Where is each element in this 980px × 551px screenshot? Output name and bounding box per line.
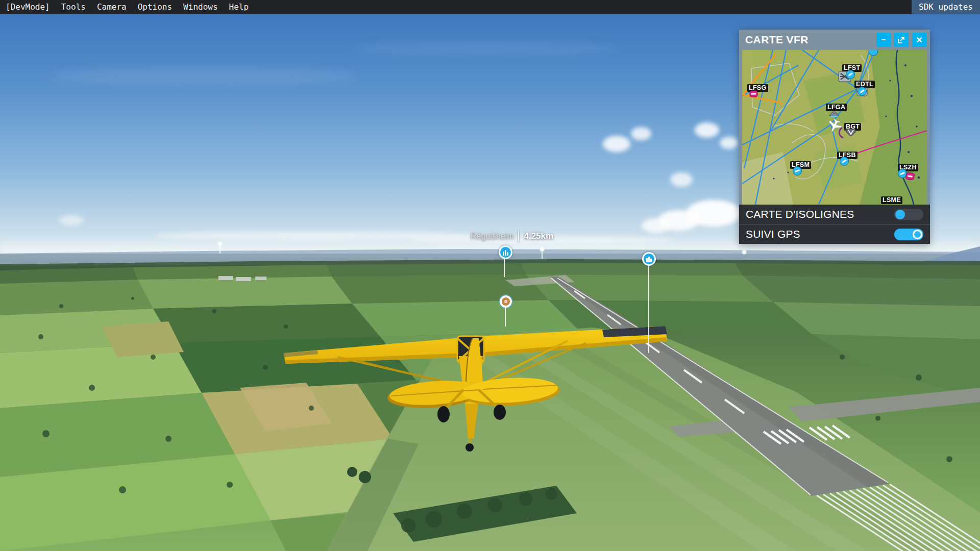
vfr-panel-title: CARTE VFR <box>739 34 876 46</box>
map-airport-lfst[interactable]: LFST <box>842 63 862 72</box>
toggle-knob <box>913 230 922 239</box>
ring-poi-marker[interactable] <box>500 295 512 308</box>
menu-item-help[interactable]: Help <box>224 0 255 14</box>
waypoint-name: Réguisheim <box>471 232 513 241</box>
closed-airport-icon <box>749 90 758 98</box>
map-airport-lfsm[interactable]: LFSM <box>790 160 811 169</box>
sdk-updates-badge[interactable]: SDK updates <box>912 0 980 14</box>
waypoint-label: Réguisheim 4.25km <box>471 231 553 241</box>
close-button[interactable]: ✕ <box>912 33 926 47</box>
menu-item-options[interactable]: Options <box>132 0 178 14</box>
inactive-airport-dome-icon <box>828 109 840 117</box>
toggle-row-gps: SUIVI GPS <box>739 224 930 244</box>
poi-pole <box>505 307 506 327</box>
vfr-panel-toggles: CARTE D'ISOLIGNES SUIVI GPS <box>739 205 930 244</box>
city-poi-marker[interactable] <box>642 252 656 266</box>
minimize-button[interactable]: – <box>876 33 891 47</box>
devmode-menubar: [DevMode] Tools Camera Options Windows H… <box>0 0 980 14</box>
gps-toggle-label: SUIVI GPS <box>746 228 800 240</box>
distant-poi-dot <box>742 250 746 254</box>
menu-item-devmode[interactable]: [DevMode] <box>0 0 56 14</box>
vfr-map-frame: LFSG LFST EDTL <box>739 50 930 205</box>
map-airport-lfsb[interactable]: LFSB <box>837 150 857 159</box>
poi-pole <box>219 246 220 254</box>
waypoint-distance: 4.25km <box>524 231 553 241</box>
gps-follow-toggle[interactable] <box>894 229 923 240</box>
vfr-panel-header[interactable]: CARTE VFR – ✕ <box>739 30 930 50</box>
popout-button[interactable] <box>894 33 909 47</box>
distant-poi-dot <box>218 242 222 246</box>
map-airport-lfga[interactable]: LFGA <box>826 102 847 111</box>
menu-item-tools[interactable]: Tools <box>56 0 91 14</box>
flight-sim-screen: Réguisheim 4.25km [DevMode] Tools Camera… <box>0 0 980 551</box>
waypoint-divider <box>518 231 519 241</box>
vor-waypoint-icon <box>845 128 856 137</box>
towered-airport-icon <box>839 157 849 167</box>
towered-airport-icon <box>856 86 869 97</box>
map-airport-lszh[interactable]: LSZH <box>898 162 918 171</box>
airport-code-label: LSME <box>881 196 902 204</box>
towered-airport-icon <box>792 166 802 177</box>
menu-item-camera[interactable]: Camera <box>91 0 132 14</box>
towered-plus-closed-airport-icon <box>898 169 916 182</box>
poi-pole <box>648 265 649 353</box>
poi-pole <box>504 259 505 277</box>
menu-item-windows[interactable]: Windows <box>178 0 223 14</box>
toggle-knob <box>895 210 905 219</box>
vfr-map-panel: CARTE VFR – ✕ <box>739 30 930 244</box>
map-airport-lfsg[interactable]: LFSG <box>747 83 768 92</box>
city-buildings-icon <box>646 256 652 262</box>
crossed-runways-airport-icon <box>838 70 855 83</box>
isolines-toggle[interactable] <box>894 209 923 220</box>
distant-poi-dot <box>540 247 544 252</box>
poi-pole <box>542 252 543 259</box>
popout-icon <box>898 36 905 43</box>
vfr-map-view[interactable]: LFSG LFST EDTL <box>742 50 927 205</box>
isolines-toggle-label: CARTE D'ISOLIGNES <box>746 208 854 220</box>
city-poi-marker[interactable] <box>499 245 512 259</box>
city-buildings-icon <box>503 249 508 256</box>
map-waypoint-bgt[interactable]: BGT <box>844 121 861 131</box>
map-airport-edtl[interactable]: EDTL <box>854 79 875 88</box>
toggle-row-isolines: CARTE D'ISOLIGNES <box>739 205 930 224</box>
map-airport-lsme[interactable]: LSME <box>881 195 902 204</box>
